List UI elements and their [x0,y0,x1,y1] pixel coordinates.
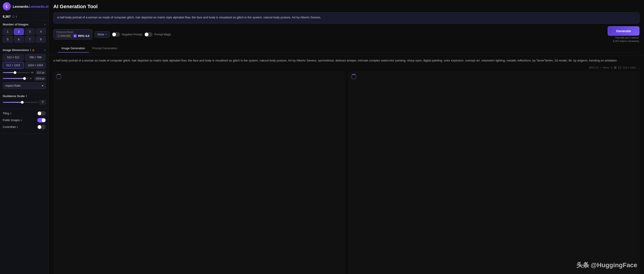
svg-rect-0 [58,35,60,37]
width-slider[interactable] [3,72,30,73]
dim-btn-512x512[interactable]: 512 × 512 [3,54,24,61]
tab-prompt-generation[interactable]: Prompt Generation [89,44,121,52]
none-dropdown[interactable]: None ▾ [95,31,110,38]
none-dropdown-arrow: ▾ [106,33,107,36]
public-images-toggle[interactable] [37,118,46,122]
public-images-label: Public Images ℹ [3,119,22,122]
meta-model: RPG 4.0 [589,66,598,69]
image-dimensions-chevron: ∧ [44,48,46,52]
image-card-2: 3.58s [348,71,640,274]
dim-btn-512x1024[interactable]: 512 × 1024 [3,62,24,69]
logo-avatar: L [3,2,11,10]
public-images-row: Public Images ℹ [3,118,46,122]
app-name: Leonardo.Leonardo.Ai [13,4,49,8]
num-btn-1[interactable]: 1 [3,28,13,35]
tiling-info-icon[interactable]: ℹ [10,112,11,115]
guidance-scale-section: Guidance Scale ℹ 7 [0,92,48,109]
num-btn-7[interactable]: 7 [25,36,35,43]
height-value[interactable]: 1024 px [34,76,46,80]
prompt-magic-toggle[interactable] [144,32,152,37]
loading-spinner-2 [351,74,356,80]
guidance-value[interactable]: 7 [40,100,46,104]
svg-rect-1 [618,66,621,69]
aspect-ratio-chevron: ▾ [42,84,43,87]
generation-prompt-text: a half body portrait of a woman as made … [53,58,640,63]
image-dimensions-section: Image Dimensions ℹ ⚠ ∧ 512 × 512 768 × 7… [0,46,48,92]
meta-none: None [603,66,609,69]
model-label: Finetuned Model [56,31,90,33]
dim-btn-1024x1024[interactable]: 1024 × 1024 [25,62,46,69]
meta-more[interactable]: ... [638,66,640,69]
guidance-scale-header: Guidance Scale ℹ [3,94,46,98]
num-btn-3[interactable]: 3 [25,28,35,35]
controlnet-row: ControlNet ℹ [3,125,46,129]
tiling-row: Tiling ℹ [3,111,46,116]
generation-area: a half body portrait of a woman as made … [49,55,644,274]
number-grid: 1 2 3 4 5 6 7 8 [3,28,46,43]
generate-section: Generate This will use 2 tokens. 8,367 t… [608,26,640,42]
model-selector[interactable]: Finetuned Model 640×832 ▶ RPG 4.0 [53,29,92,40]
num-btn-6[interactable]: 6 [14,36,24,43]
dim-btn-768x768[interactable]: 768 × 768 [25,54,46,61]
sidebar: L Leonardo.Leonardo.Ai ← 8,367 ⬡ ℹ Numbe… [0,0,49,274]
meta-dot: • [600,66,601,69]
negative-prompt-label: Negative Prompt [122,33,142,36]
model-icon: ▶ [73,34,77,38]
image-dimensions-title: Image Dimensions ℹ ⚠ [3,48,34,52]
images-grid: 3.58s 3.58s [53,71,640,274]
controlnet-info-icon[interactable]: ℹ [17,126,18,128]
negative-prompt-toggle[interactable] [112,32,120,37]
height-label: H [30,77,33,80]
prompt-magic-group: Prompt Magic [144,32,171,37]
top-header: AI Generation Tool a half body portrait … [49,0,644,55]
loading-spinner-1 [56,74,62,80]
number-of-images-chevron: ∧ [44,23,46,26]
width-label: W [31,71,34,74]
aspect-ratio-label: Aspect Ratio [5,84,21,87]
height-slider[interactable] [3,78,28,79]
controlnet-label: ControlNet ℹ [3,126,18,128]
token-usage-text: This will use 2 tokens. [615,36,640,39]
num-btn-8[interactable]: 8 [36,36,46,43]
guidance-scale-title: Guidance Scale ℹ [3,94,27,98]
tab-image-generation[interactable]: Image Generation [58,44,89,52]
token-bar: 8,367 ⬡ ℹ [0,13,48,20]
controlnet-toggle[interactable] [37,125,46,129]
number-of-images-title: Number of Images [3,23,28,26]
tokens-remaining-text: 8,367 tokens remaining. [613,40,640,42]
token-count: 8,367 [3,15,11,18]
sidebar-header: L Leonardo.Leonardo.Ai ← [0,0,48,13]
tiling-toggle[interactable] [37,111,46,116]
generation-meta: RPG 4.0 • None 0 🖼 512 × 1024 ... [53,66,640,69]
number-of-images-header[interactable]: Number of Images ∧ [3,23,46,26]
num-btn-5[interactable]: 5 [3,36,13,43]
dimensions-warn-icon: ⚠ [32,48,34,52]
token-info-icon[interactable]: ℹ [16,15,17,18]
aspect-ratio-dropdown[interactable]: Aspect Ratio ▾ [3,82,46,89]
main-content: AI Generation Tool a half body portrait … [49,0,644,274]
width-slider-row: W 512 px [3,70,46,74]
model-name: 640×832 ▶ RPG 4.0 [56,34,90,38]
generate-button[interactable]: Generate [608,26,640,36]
toolbar: Finetuned Model 640×832 ▶ RPG 4.0 None ▾ [53,26,640,42]
meta-images: 0 [611,66,612,69]
num-btn-2[interactable]: 2 [14,28,24,35]
image-card-1: 3.58s [53,71,345,274]
meta-size-icon [618,66,621,69]
prompt-magic-label: Prompt Magic [154,33,171,36]
num-btn-4[interactable]: 4 [36,28,46,35]
meta-resolution: 512 × 1024 [623,66,636,69]
guidance-info-icon[interactable]: ℹ [26,94,27,98]
guidance-slider[interactable] [3,102,38,103]
tabs: Image Generation Prompt Generation [53,44,640,52]
dimension-grid: 512 × 512 768 × 768 512 × 1024 1024 × 10… [3,54,46,69]
page-title: AI Generation Tool [53,4,640,10]
width-value[interactable]: 512 px [36,70,46,74]
tiling-label: Tiling ℹ [3,112,11,115]
image-dimensions-header[interactable]: Image Dimensions ℹ ⚠ ∧ [3,48,46,52]
number-of-images-section: Number of Images ∧ 1 2 3 4 5 6 7 8 [0,20,48,46]
meta-image-icon: 🖼 [614,66,616,69]
public-images-info-icon[interactable]: ℹ [21,119,22,122]
prompt-input[interactable]: a half body portrait of a woman as made … [53,12,640,24]
dimensions-info-icon[interactable]: ℹ [30,48,31,52]
